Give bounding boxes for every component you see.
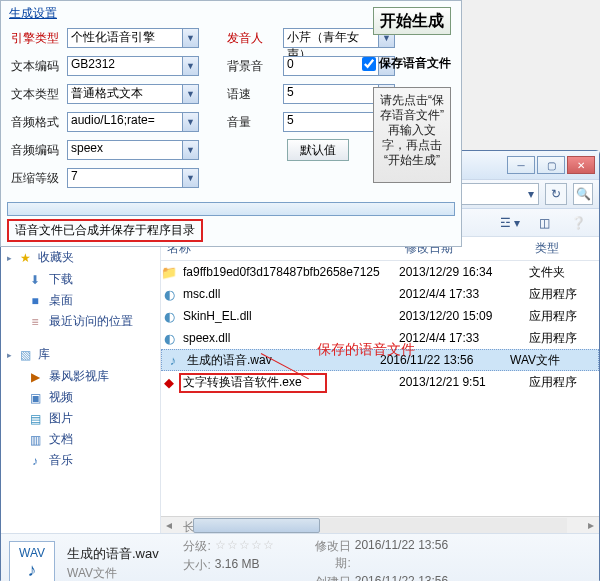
sidebar-item[interactable]: ♪音乐 [7,450,154,471]
library-icon: ▧ [17,348,33,362]
file-date: 2013/12/21 9:51 [399,375,529,389]
sidebar-item[interactable]: ■桌面 [7,290,154,311]
close-button[interactable]: ✕ [567,156,595,174]
sidebar-item[interactable]: ⬇下载 [7,269,154,290]
chevron-down-icon: ▸ [7,253,12,263]
sidebar-item-icon: ▤ [27,412,43,426]
file-row[interactable]: 📁fa9ffb19ed0f3d178487bfb2658e7125 2013/1… [161,261,599,283]
file-name: msc.dll [183,287,220,301]
setting-label: 语速 [227,86,279,103]
setting-row: 音频编码 speex▼ [11,139,199,161]
file-row[interactable]: ♪生成的语音.wav 2016/11/22 13:56 WAV文件 [161,349,599,371]
preview-pane-button[interactable]: ◫ [531,213,557,233]
help-button[interactable]: ❔ [565,213,591,233]
sidebar-item-label: 下载 [49,271,73,288]
sidebar-favorites-head[interactable]: ▸ ★ 收藏夹 [7,249,154,266]
sidebar-item-label: 音乐 [49,452,73,469]
details-pane: WAV ♪ 生成的语音.wav WAV文件 长度:00:01:43分级:☆☆☆☆… [1,533,599,581]
setting-select[interactable]: 普通格式文本▼ [67,84,199,104]
sidebar: ▸ ★ 收藏夹 ⬇下载■桌面≡最近访问的位置 ▸ ▧ 库 ▶暴风影视库▣视频▤图… [1,237,161,533]
col-type[interactable]: 类型 [529,240,599,257]
file-icon: ◆ [161,374,177,390]
details-key: 大小: [171,557,211,574]
save-voice-checkbox[interactable]: 保存语音文件 [362,55,451,72]
details-filename: 生成的语音.wav [67,545,159,563]
details-row: 分级:☆☆☆☆☆ [171,538,275,555]
chevron-down-icon: ▼ [182,85,198,103]
hint-box: 请先点击“保存语音文件”再输入文字，再点击“开始生成” [373,87,451,183]
sidebar-item[interactable]: ▶暴风影视库 [7,366,154,387]
maximize-button[interactable]: ▢ [537,156,565,174]
file-row[interactable]: ◆文字转换语音软件.exe 2013/12/21 9:51 应用程序 [161,371,599,393]
setting-label: 音频编码 [11,142,63,159]
scroll-thumb[interactable] [193,518,320,533]
default-button[interactable]: 默认值 [287,139,349,161]
chevron-down-icon: ▼ [182,29,198,47]
details-key: 创建日期: [311,574,351,581]
details-value: 3.16 MB [215,557,260,574]
setting-row: 音频格式 audio/L16;rate=▼ [11,111,199,133]
setting-row: 发音人 小芹（青年女声）▼ [227,27,395,49]
search-box[interactable]: 🔍 [573,183,593,205]
file-row[interactable]: ◐msc.dll 2012/4/4 17:33 应用程序 [161,283,599,305]
setting-select[interactable]: 个性化语音引擎▼ [67,28,199,48]
setting-label: 音频格式 [11,114,63,131]
setting-select[interactable]: audio/L16;rate=▼ [67,112,199,132]
save-checkbox-input[interactable] [362,57,376,71]
setting-select[interactable]: GB2312▼ [67,56,199,76]
sidebar-lib-head[interactable]: ▸ ▧ 库 [7,346,154,363]
file-row[interactable]: ◐speex.dll 2012/4/4 17:33 应用程序 [161,327,599,349]
file-date: 2012/4/4 17:33 [399,287,529,301]
file-row[interactable]: ◐SkinH_EL.dll 2013/12/20 15:09 应用程序 [161,305,599,327]
setting-label: 引擎类型 [11,30,63,47]
minimize-button[interactable]: ─ [507,156,535,174]
sidebar-item-label: 桌面 [49,292,73,309]
file-type: 应用程序 [529,308,599,325]
sidebar-item-icon: ■ [27,294,43,308]
file-name: speex.dll [183,331,230,345]
file-icon: ◐ [161,286,177,302]
file-date: 2016/11/22 13:56 [380,353,510,367]
file-icon: ♪ [165,352,181,368]
setting-select[interactable]: speex▼ [67,140,199,160]
setting-select[interactable]: 7▼ [67,168,199,188]
file-icon: ◐ [161,308,177,324]
search-icon: 🔍 [576,187,591,201]
horizontal-scrollbar[interactable]: ◂ ▸ [161,516,599,533]
sidebar-item[interactable]: ▤图片 [7,408,154,429]
file-name: fa9ffb19ed0f3d178487bfb2658e7125 [183,265,380,279]
setting-label: 背景音 [227,58,279,75]
refresh-button[interactable]: ↻ [545,183,567,205]
details-key: 分级: [171,538,211,555]
default-row: 默认值 [227,139,395,161]
sidebar-item-label: 文档 [49,431,73,448]
file-area: 名称 修改日期 类型 📁fa9ffb19ed0f3d178487bfb2658e… [161,237,599,533]
sidebar-item-icon: ♪ [27,454,43,468]
file-type: 应用程序 [529,374,599,391]
chevron-down-icon: ▸ [7,350,12,360]
start-generate-button[interactable]: 开始生成 [373,7,451,35]
setting-label: 发音人 [227,30,279,47]
view-layout-button[interactable]: ☲ ▾ [497,213,523,233]
wav-badge: WAV [19,546,45,560]
setting-row: 文本编码 GB2312▼ [11,55,199,77]
explorer-body: ▸ ★ 收藏夹 ⬇下载■桌面≡最近访问的位置 ▸ ▧ 库 ▶暴风影视库▣视频▤图… [1,237,599,533]
progress-bar [7,202,455,216]
sidebar-item-icon: ⬇ [27,273,43,287]
chevron-down-icon: ▼ [182,57,198,75]
sidebar-item[interactable]: ▥文档 [7,429,154,450]
wav-file-icon: WAV ♪ [9,541,55,582]
details-row: 修改日期:2016/11/22 13:56 [311,538,448,572]
setting-row: 文本类型 普通格式文本▼ [11,83,199,105]
details-value: 2016/11/22 13:56 [355,574,448,581]
star-icon: ★ [17,251,33,265]
details-row: 创建日期:2016/11/22 13:56 [311,574,448,581]
sidebar-label: 库 [38,346,50,363]
chevron-down-icon: ▼ [182,169,198,187]
sidebar-item[interactable]: ≡最近访问的位置 [7,311,154,332]
sidebar-item[interactable]: ▣视频 [7,387,154,408]
sidebar-item-label: 最近访问的位置 [49,313,133,330]
setting-label: 文本编码 [11,58,63,75]
sidebar-item-label: 图片 [49,410,73,427]
file-name: SkinH_EL.dll [183,309,252,323]
